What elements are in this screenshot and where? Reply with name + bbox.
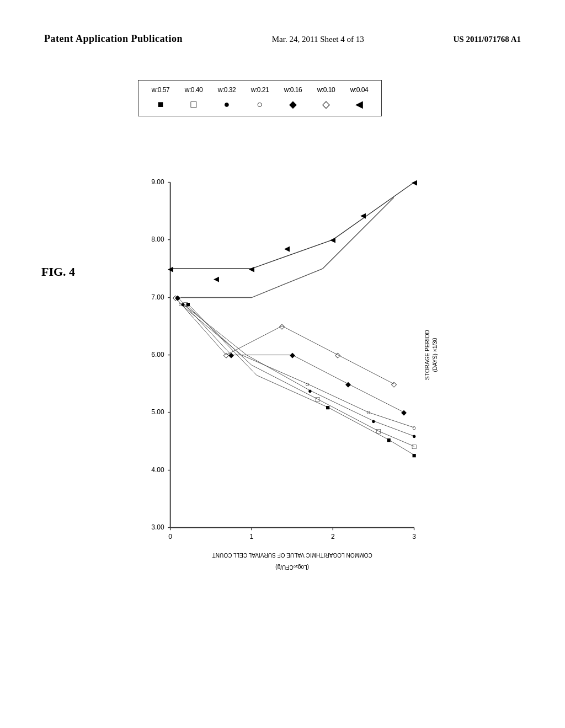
legend-label-1: w:0.57	[146, 86, 175, 94]
legend-label-6: w:0.10	[312, 86, 340, 94]
chart-container: 9.00 8.00 7.00 6.00 5.00 4.00 3.00 0 1 2…	[97, 160, 510, 651]
svg-text:□: □	[376, 427, 381, 435]
svg-text:8.00: 8.00	[151, 235, 164, 243]
svg-text:◀: ◀	[214, 275, 219, 283]
publication-number: US 2011/071768 A1	[453, 35, 521, 44]
svg-text:3.00: 3.00	[151, 523, 164, 531]
legend-label-5: w:0.16	[279, 86, 307, 94]
svg-text:(Log₁₀CFU/g): (Log₁₀CFU/g)	[275, 564, 309, 570]
svg-text:◆: ◆	[401, 408, 407, 416]
svg-text:◀: ◀	[360, 211, 366, 220]
svg-text:□: □	[412, 442, 417, 451]
svg-text:■: ■	[186, 300, 190, 308]
publication-date-sheet: Mar. 24, 2011 Sheet 4 of 13	[272, 35, 364, 44]
page-header: Patent Application Publication Mar. 24, …	[0, 33, 565, 45]
svg-text:◀: ◀	[168, 265, 173, 273]
svg-text:◆: ◆	[228, 351, 234, 359]
legend-icon-filled-circle: ●	[212, 99, 241, 110]
svg-text:(DAYS) ×1/30: (DAYS) ×1/30	[432, 338, 438, 372]
chart-svg: 9.00 8.00 7.00 6.00 5.00 4.00 3.00 0 1 2…	[130, 160, 450, 596]
svg-text:◀: ◀	[412, 178, 417, 186]
svg-text:●: ●	[308, 387, 312, 395]
figure-label: FIG. 4	[41, 265, 75, 279]
svg-text:■: ■	[326, 403, 330, 411]
legend-icon-filled-diamond: ◆	[279, 98, 307, 110]
svg-text:●: ●	[371, 417, 376, 425]
svg-text:◀: ◀	[249, 265, 254, 273]
svg-text:◇: ◇	[391, 380, 397, 388]
legend-icons-row: ■ □ ● ○ ◆ ◇ ◀	[146, 98, 374, 110]
svg-text:2: 2	[331, 533, 335, 540]
svg-text:◀: ◀	[330, 235, 335, 244]
legend-icon-open-square: □	[179, 99, 208, 110]
svg-text:○: ○	[366, 408, 371, 416]
svg-text:■: ■	[412, 451, 417, 459]
svg-text:○: ○	[412, 424, 417, 432]
svg-text:■: ■	[387, 436, 391, 444]
legend-label-4: w:0.21	[246, 86, 274, 94]
svg-text:1: 1	[250, 533, 254, 540]
svg-text:6.00: 6.00	[151, 351, 164, 358]
svg-text:◀: ◀	[284, 244, 290, 253]
svg-text:STORAGE PERIOD: STORAGE PERIOD	[424, 330, 430, 380]
legend-label-7: w:0.04	[345, 86, 374, 94]
svg-text:●: ●	[412, 432, 417, 440]
legend-icon-open-circle: ○	[246, 99, 274, 110]
svg-text:7.00: 7.00	[151, 293, 164, 301]
legend-label-2: w:0.40	[179, 86, 208, 94]
svg-text:0: 0	[168, 533, 172, 540]
legend-labels-row: w:0.57 w:0.40 w:0.32 w:0.21 w:0.16 w:0.1…	[146, 86, 374, 94]
svg-text:4.00: 4.00	[151, 466, 164, 474]
svg-text:5.00: 5.00	[151, 408, 164, 416]
legend-icon-open-diamond: ◇	[312, 98, 340, 110]
publication-title: Patent Application Publication	[44, 33, 183, 45]
svg-text:◇: ◇	[335, 351, 340, 359]
legend: w:0.57 w:0.40 w:0.32 w:0.21 w:0.16 w:0.1…	[138, 80, 382, 116]
svg-text:◆: ◆	[345, 380, 351, 388]
svg-text:◇: ◇	[279, 322, 285, 330]
svg-text:9.00: 9.00	[151, 178, 164, 186]
legend-icon-filled-square: ■	[146, 99, 175, 110]
svg-text:3: 3	[412, 533, 416, 540]
svg-text:◆: ◆	[290, 351, 295, 359]
legend-icon-triangle: ◀	[345, 98, 374, 110]
legend-label-3: w:0.32	[212, 86, 241, 94]
svg-text:COMMON LOGARITHMIC VALUE OF SU: COMMON LOGARITHMIC VALUE OF SURVIVAL CEL…	[212, 552, 372, 558]
